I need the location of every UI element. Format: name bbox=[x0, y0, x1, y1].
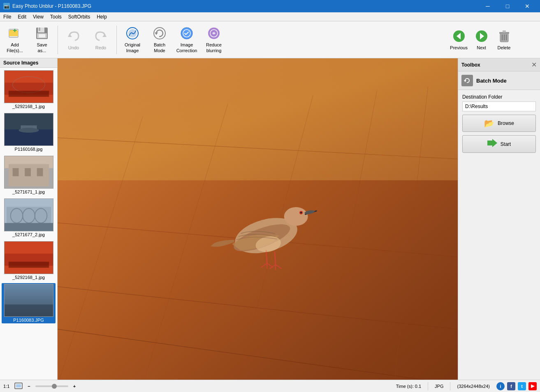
main-canvas bbox=[58, 58, 458, 380]
status-right: Time (s): 0.1 JPG (3264x2448x24) i f t ▶ bbox=[396, 382, 537, 390]
menu-file[interactable]: File bbox=[0, 12, 14, 21]
svg-rect-10 bbox=[39, 34, 45, 37]
add-files-icon bbox=[7, 26, 22, 41]
svg-point-70 bbox=[284, 207, 308, 226]
info-icon[interactable]: i bbox=[496, 382, 505, 390]
menu-tools[interactable]: Tools bbox=[47, 12, 65, 21]
svg-rect-46 bbox=[37, 168, 43, 176]
start-arrow-icon bbox=[487, 139, 497, 149]
minimize-button[interactable]: ─ bbox=[478, 0, 497, 12]
svg-rect-57 bbox=[5, 304, 53, 317]
nav-area: Previous Next De bbox=[447, 23, 515, 56]
redo-button[interactable]: Redo bbox=[88, 23, 114, 56]
maximize-button[interactable]: □ bbox=[498, 0, 517, 12]
save-as-icon bbox=[35, 26, 49, 41]
svg-rect-52 bbox=[5, 223, 53, 231]
zoom-minus[interactable]: − bbox=[28, 384, 30, 389]
toolbox-content: Destination Folder D:\Results 📂 Browse S… bbox=[458, 90, 540, 157]
add-files-button[interactable]: AddFile(s)... bbox=[2, 23, 28, 56]
previous-button[interactable]: Previous bbox=[447, 23, 470, 56]
source-thumb-5 bbox=[4, 241, 53, 274]
source-thumb-3 bbox=[4, 156, 53, 189]
browse-button[interactable]: 📂 Browse bbox=[462, 115, 536, 132]
browse-folder-icon: 📂 bbox=[484, 118, 494, 128]
add-files-label: AddFile(s)... bbox=[7, 42, 23, 53]
batch-mode-label: BatchMode bbox=[154, 42, 165, 53]
toolbox-header: Toolbox ✕ bbox=[458, 58, 540, 71]
batch-mode-icon bbox=[152, 26, 167, 41]
source-item-1[interactable]: _5292168_1.jpg bbox=[2, 69, 56, 110]
save-as-label: Saveas... bbox=[37, 42, 47, 53]
source-name-5: _5292168_1.jpg bbox=[12, 275, 45, 280]
window-controls: ─ □ ✕ bbox=[478, 0, 537, 12]
menu-help[interactable]: Help bbox=[93, 12, 110, 21]
delete-button[interactable]: Delete bbox=[493, 23, 515, 56]
batch-mode-icon bbox=[461, 75, 473, 86]
source-name-2: P1160168.jpg bbox=[15, 147, 43, 152]
original-image-button[interactable]: OriginalImage bbox=[119, 23, 146, 56]
close-button[interactable]: ✕ bbox=[518, 0, 537, 12]
canvas-area bbox=[58, 58, 458, 380]
previous-label: Previous bbox=[450, 45, 468, 51]
source-panel: Source Images _5292168_1.jpg bbox=[0, 58, 58, 380]
source-name-1: _5292168_1.jpg bbox=[12, 104, 45, 109]
zoom-fit-icon[interactable] bbox=[14, 383, 23, 390]
status-sep-1 bbox=[428, 382, 428, 390]
zoom-slider[interactable] bbox=[35, 385, 68, 387]
menu-view[interactable]: View bbox=[30, 12, 47, 21]
image-correction-icon bbox=[179, 26, 194, 41]
format-status: JPG bbox=[435, 384, 443, 389]
source-list: _5292168_1.jpg P1160168.jpg bbox=[0, 68, 57, 380]
next-icon bbox=[474, 29, 489, 44]
start-button[interactable]: Start bbox=[462, 135, 536, 153]
destination-folder-label: Destination Folder bbox=[462, 94, 536, 100]
facebook-icon[interactable]: f bbox=[507, 382, 515, 390]
main-layout: Source Images _5292168_1.jpg bbox=[0, 58, 540, 380]
batch-mode-button[interactable]: BatchMode bbox=[146, 23, 173, 56]
svg-rect-89 bbox=[16, 384, 21, 387]
source-item-3[interactable]: _5271671_1.jpg bbox=[2, 155, 56, 195]
menu-edit[interactable]: Edit bbox=[14, 12, 30, 21]
batch-mode-label: Batch Mode bbox=[476, 78, 507, 84]
next-button[interactable]: Next bbox=[470, 23, 493, 56]
toolbar-separator-2 bbox=[116, 25, 117, 54]
zoom-plus[interactable]: + bbox=[73, 384, 76, 389]
previous-icon bbox=[452, 29, 466, 44]
image-correction-label: ImageCorrection bbox=[176, 42, 197, 53]
twitter-icon[interactable]: t bbox=[518, 382, 526, 390]
svg-point-74 bbox=[300, 212, 302, 213]
reduce-blurring-icon bbox=[206, 26, 221, 41]
image-correction-button[interactable]: ImageCorrection bbox=[174, 23, 200, 56]
social-icons: i f t ▶ bbox=[496, 382, 537, 390]
svg-rect-44 bbox=[12, 168, 19, 176]
source-thumb-6 bbox=[4, 284, 53, 317]
source-thumb-2 bbox=[4, 113, 53, 146]
dimensions-status: (3264x2448x24) bbox=[457, 384, 490, 389]
svg-point-40 bbox=[19, 128, 39, 133]
save-as-button[interactable]: Saveas... bbox=[29, 23, 55, 56]
redo-icon bbox=[93, 29, 108, 44]
status-sep-2 bbox=[450, 382, 450, 390]
menu-softorbits[interactable]: SoftOrbits bbox=[65, 12, 93, 21]
toolbox-title: Toolbox bbox=[461, 62, 480, 68]
status-bar: 1:1 − + Time (s): 0.1 JPG (3264x2448x24)… bbox=[0, 380, 540, 392]
toolbar: AddFile(s)... Saveas... Undo bbox=[0, 21, 540, 58]
svg-rect-55 bbox=[8, 262, 49, 268]
source-item-5[interactable]: _5292168_1.jpg bbox=[2, 240, 56, 281]
svg-marker-87 bbox=[487, 139, 497, 147]
source-item-6[interactable]: P1160083.JPG bbox=[2, 283, 56, 323]
toolbox-close-button[interactable]: ✕ bbox=[531, 61, 537, 69]
undo-button[interactable]: Undo bbox=[60, 23, 87, 56]
source-item-2[interactable]: P1160168.jpg bbox=[2, 112, 56, 152]
reduce-blurring-label: Reduceblurring bbox=[206, 42, 222, 53]
source-item-4[interactable]: _5271677_2.jpg bbox=[2, 198, 56, 238]
zoom-thumb[interactable] bbox=[52, 384, 57, 389]
youtube-icon[interactable]: ▶ bbox=[528, 382, 537, 390]
source-thumb-1 bbox=[4, 70, 53, 103]
svg-rect-29 bbox=[503, 30, 506, 32]
reduce-blurring-button[interactable]: Reduceblurring bbox=[201, 23, 227, 56]
redo-label: Redo bbox=[95, 45, 106, 51]
source-panel-title: Source Images bbox=[0, 58, 57, 68]
menu-bar: File Edit View Tools SoftOrbits Help bbox=[0, 12, 540, 21]
delete-label: Delete bbox=[498, 45, 511, 51]
